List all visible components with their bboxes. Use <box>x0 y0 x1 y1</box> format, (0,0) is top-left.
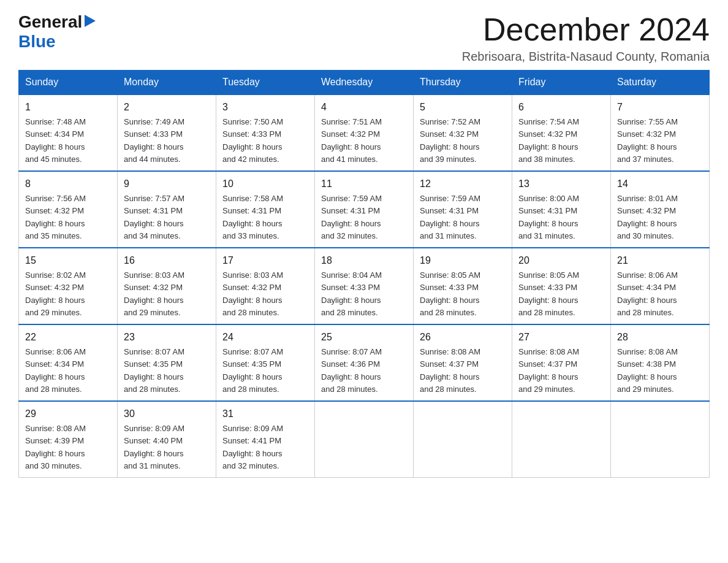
table-row: 6 Sunrise: 7:54 AMSunset: 4:32 PMDayligh… <box>512 94 611 171</box>
table-row: 8 Sunrise: 7:56 AMSunset: 4:32 PMDayligh… <box>19 171 118 248</box>
table-row: 20 Sunrise: 8:05 AMSunset: 4:33 PMDaylig… <box>512 248 611 324</box>
table-row: 22 Sunrise: 8:06 AMSunset: 4:34 PMDaylig… <box>19 324 118 401</box>
day-number: 30 <box>124 407 210 421</box>
day-number: 10 <box>222 177 308 191</box>
calendar-title: December 2024 <box>462 12 710 47</box>
day-number: 17 <box>222 253 308 268</box>
day-number: 1 <box>25 100 111 115</box>
day-info: Sunrise: 7:51 AMSunset: 4:32 PMDaylight:… <box>321 117 382 164</box>
day-info: Sunrise: 8:07 AMSunset: 4:35 PMDaylight:… <box>124 347 184 394</box>
table-row: 29 Sunrise: 8:08 AMSunset: 4:39 PMDaylig… <box>19 401 118 478</box>
table-row <box>315 401 414 478</box>
day-number: 21 <box>617 253 703 268</box>
day-number: 15 <box>25 253 111 268</box>
day-info: Sunrise: 7:57 AMSunset: 4:31 PMDaylight:… <box>124 194 184 240</box>
day-info: Sunrise: 8:03 AMSunset: 4:32 PMDaylight:… <box>124 270 184 317</box>
day-info: Sunrise: 8:08 AMSunset: 4:38 PMDaylight:… <box>617 347 678 394</box>
calendar-header-row: Sunday Monday Tuesday Wednesday Thursday… <box>19 71 710 95</box>
day-info: Sunrise: 8:06 AMSunset: 4:34 PMDaylight:… <box>25 347 86 394</box>
day-number: 14 <box>617 177 703 191</box>
day-number: 20 <box>518 253 604 268</box>
day-info: Sunrise: 8:06 AMSunset: 4:34 PMDaylight:… <box>617 270 678 317</box>
day-info: Sunrise: 7:59 AMSunset: 4:31 PMDaylight:… <box>420 194 480 240</box>
day-number: 19 <box>420 253 506 268</box>
table-row: 16 Sunrise: 8:03 AMSunset: 4:32 PMDaylig… <box>118 248 216 324</box>
day-number: 12 <box>420 177 506 191</box>
day-info: Sunrise: 8:07 AMSunset: 4:35 PMDaylight:… <box>222 347 283 394</box>
header-friday: Friday <box>512 71 611 95</box>
page-header: General Blue December 2024 Rebrisoara, B… <box>18 12 710 64</box>
day-number: 31 <box>222 407 308 421</box>
day-number: 9 <box>124 177 210 191</box>
day-number: 16 <box>124 253 210 268</box>
table-row: 30 Sunrise: 8:09 AMSunset: 4:40 PMDaylig… <box>118 401 216 478</box>
table-row: 1 Sunrise: 7:48 AMSunset: 4:34 PMDayligh… <box>19 94 118 171</box>
day-info: Sunrise: 8:08 AMSunset: 4:39 PMDaylight:… <box>25 424 86 470</box>
day-number: 22 <box>25 330 111 345</box>
calendar-week-row: 8 Sunrise: 7:56 AMSunset: 4:32 PMDayligh… <box>19 171 710 248</box>
table-row: 24 Sunrise: 8:07 AMSunset: 4:35 PMDaylig… <box>216 324 315 401</box>
table-row: 7 Sunrise: 7:55 AMSunset: 4:32 PMDayligh… <box>611 94 710 171</box>
table-row: 28 Sunrise: 8:08 AMSunset: 4:38 PMDaylig… <box>611 324 710 401</box>
header-monday: Monday <box>118 71 216 95</box>
title-block: December 2024 Rebrisoara, Bistrita-Nasau… <box>462 12 710 64</box>
table-row: 12 Sunrise: 7:59 AMSunset: 4:31 PMDaylig… <box>414 171 512 248</box>
day-number: 23 <box>124 330 210 345</box>
day-info: Sunrise: 8:08 AMSunset: 4:37 PMDaylight:… <box>420 347 480 394</box>
logo: General Blue <box>18 12 96 52</box>
day-number: 28 <box>617 330 703 345</box>
day-info: Sunrise: 8:09 AMSunset: 4:41 PMDaylight:… <box>222 424 283 470</box>
day-info: Sunrise: 8:09 AMSunset: 4:40 PMDaylight:… <box>124 424 184 470</box>
logo-blue: Blue <box>18 32 56 52</box>
table-row: 31 Sunrise: 8:09 AMSunset: 4:41 PMDaylig… <box>216 401 315 478</box>
day-info: Sunrise: 7:54 AMSunset: 4:32 PMDaylight:… <box>518 117 579 164</box>
day-number: 8 <box>25 177 111 191</box>
day-number: 26 <box>420 330 506 345</box>
day-info: Sunrise: 8:00 AMSunset: 4:31 PMDaylight:… <box>518 194 579 240</box>
table-row: 3 Sunrise: 7:50 AMSunset: 4:33 PMDayligh… <box>216 94 315 171</box>
day-number: 27 <box>518 330 604 345</box>
calendar-week-row: 1 Sunrise: 7:48 AMSunset: 4:34 PMDayligh… <box>19 94 710 171</box>
table-row: 10 Sunrise: 7:58 AMSunset: 4:31 PMDaylig… <box>216 171 315 248</box>
day-info: Sunrise: 7:50 AMSunset: 4:33 PMDaylight:… <box>222 117 283 164</box>
day-number: 18 <box>321 253 407 268</box>
day-number: 7 <box>617 100 703 115</box>
day-info: Sunrise: 7:49 AMSunset: 4:33 PMDaylight:… <box>124 117 184 164</box>
table-row: 25 Sunrise: 8:07 AMSunset: 4:36 PMDaylig… <box>315 324 414 401</box>
logo-general: General <box>18 12 82 32</box>
day-info: Sunrise: 7:56 AMSunset: 4:32 PMDaylight:… <box>25 194 86 240</box>
calendar-week-row: 22 Sunrise: 8:06 AMSunset: 4:34 PMDaylig… <box>19 324 710 401</box>
day-number: 5 <box>420 100 506 115</box>
header-saturday: Saturday <box>611 71 710 95</box>
day-number: 4 <box>321 100 407 115</box>
day-info: Sunrise: 8:05 AMSunset: 4:33 PMDaylight:… <box>518 270 579 317</box>
day-number: 29 <box>25 407 111 421</box>
day-number: 6 <box>518 100 604 115</box>
calendar-week-row: 15 Sunrise: 8:02 AMSunset: 4:32 PMDaylig… <box>19 248 710 324</box>
header-sunday: Sunday <box>19 71 118 95</box>
calendar-subtitle: Rebrisoara, Bistrita-Nasaud County, Roma… <box>462 50 710 64</box>
table-row: 11 Sunrise: 7:59 AMSunset: 4:31 PMDaylig… <box>315 171 414 248</box>
day-info: Sunrise: 8:04 AMSunset: 4:33 PMDaylight:… <box>321 270 382 317</box>
day-info: Sunrise: 7:48 AMSunset: 4:34 PMDaylight:… <box>25 117 86 164</box>
table-row <box>611 401 710 478</box>
day-info: Sunrise: 8:01 AMSunset: 4:32 PMDaylight:… <box>617 194 678 240</box>
day-info: Sunrise: 7:58 AMSunset: 4:31 PMDaylight:… <box>222 194 283 240</box>
table-row: 19 Sunrise: 8:05 AMSunset: 4:33 PMDaylig… <box>414 248 512 324</box>
table-row: 23 Sunrise: 8:07 AMSunset: 4:35 PMDaylig… <box>118 324 216 401</box>
day-info: Sunrise: 7:52 AMSunset: 4:32 PMDaylight:… <box>420 117 480 164</box>
table-row: 9 Sunrise: 7:57 AMSunset: 4:31 PMDayligh… <box>118 171 216 248</box>
day-number: 13 <box>518 177 604 191</box>
calendar-table: Sunday Monday Tuesday Wednesday Thursday… <box>18 70 710 478</box>
day-info: Sunrise: 8:07 AMSunset: 4:36 PMDaylight:… <box>321 347 382 394</box>
logo-arrow-icon <box>85 15 96 29</box>
table-row: 4 Sunrise: 7:51 AMSunset: 4:32 PMDayligh… <box>315 94 414 171</box>
day-info: Sunrise: 8:05 AMSunset: 4:33 PMDaylight:… <box>420 270 480 317</box>
day-number: 25 <box>321 330 407 345</box>
svg-marker-0 <box>85 15 96 27</box>
day-info: Sunrise: 8:03 AMSunset: 4:32 PMDaylight:… <box>222 270 283 317</box>
table-row: 21 Sunrise: 8:06 AMSunset: 4:34 PMDaylig… <box>611 248 710 324</box>
table-row: 18 Sunrise: 8:04 AMSunset: 4:33 PMDaylig… <box>315 248 414 324</box>
day-number: 2 <box>124 100 210 115</box>
header-wednesday: Wednesday <box>315 71 414 95</box>
